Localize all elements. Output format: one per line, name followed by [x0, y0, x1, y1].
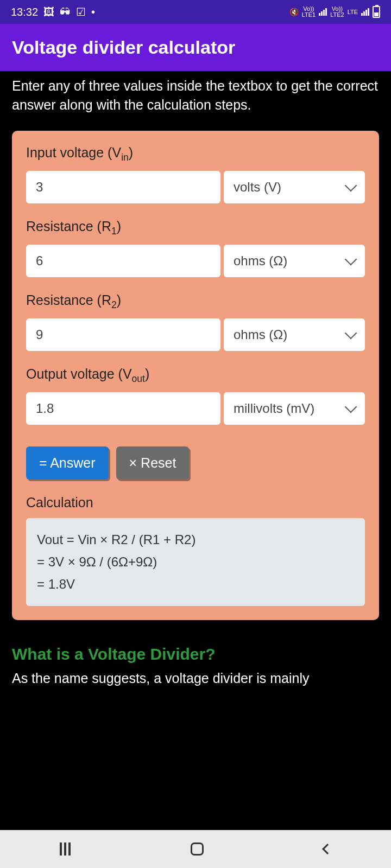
status-time: 13:32 — [11, 6, 38, 18]
r2-input[interactable] — [26, 318, 220, 351]
calc-line-2: = 3V × 9Ω / (6Ω+9Ω) — [37, 551, 354, 573]
lte2-indicator: Vo))LTE2 — [330, 6, 344, 18]
calc-line-1: Vout = Vin × R2 / (R1 + R2) — [37, 529, 354, 551]
app-header: Voltage divider calculator — [0, 24, 391, 71]
signal-1-icon — [319, 8, 327, 16]
battery-icon — [373, 6, 380, 18]
vout-unit-select[interactable]: millivolts (mV) — [224, 392, 365, 425]
section-text: As the name suggests, a voltage divider … — [0, 669, 391, 688]
button-row: = Answer × Reset — [26, 446, 365, 480]
page-title: Voltage divider calculator — [12, 37, 379, 58]
r1-unit-select[interactable]: ohms (Ω) — [224, 245, 365, 277]
lte-label: LTE — [348, 9, 358, 15]
lte1-indicator: Vo))LTE1 — [302, 6, 316, 18]
intro-text: Enter any of three values inside the tex… — [0, 71, 391, 125]
android-nav-bar — [0, 830, 391, 868]
calculation-box: Vout = Vin × R2 / (R1 + R2) = 3V × 9Ω / … — [26, 518, 365, 606]
calculation-label: Calculation — [26, 495, 365, 510]
image-icon: 🖼 — [43, 6, 54, 18]
vin-unit-select[interactable]: volts (V) — [224, 171, 365, 203]
section-heading: What is a Voltage Divider? — [0, 626, 391, 669]
home-button[interactable] — [191, 843, 204, 856]
mute-icon: 🔇 — [289, 8, 299, 16]
recent-apps-button[interactable] — [60, 843, 71, 856]
vout-field: Output voltage (Vout) millivolts (mV) — [26, 366, 365, 425]
chevron-down-icon — [345, 253, 357, 266]
r1-unit-value: ohms (Ω) — [234, 253, 287, 269]
vin-input[interactable] — [26, 171, 220, 203]
vout-unit-value: millivolts (mV) — [234, 401, 314, 416]
signal-2-icon — [361, 8, 369, 16]
status-right: 🔇 Vo))LTE1 Vo))LTE2 LTE — [289, 6, 380, 18]
chevron-down-icon — [345, 327, 357, 340]
dot-icon: • — [91, 6, 95, 18]
answer-button[interactable]: = Answer — [26, 446, 109, 480]
incognito-icon: 🕶 — [60, 6, 71, 18]
r1-label: Resistance (R1) — [26, 219, 365, 237]
vout-label: Output voltage (Vout) — [26, 366, 365, 385]
r1-field: Resistance (R1) ohms (Ω) — [26, 219, 365, 277]
back-button[interactable] — [322, 844, 333, 854]
vout-input[interactable] — [26, 392, 220, 425]
vin-field: Input voltage (Vin) volts (V) — [26, 145, 365, 203]
vin-unit-value: volts (V) — [234, 180, 281, 195]
r2-unit-select[interactable]: ohms (Ω) — [224, 318, 365, 351]
r1-input[interactable] — [26, 245, 220, 277]
status-bar: 13:32 🖼 🕶 ☑ • 🔇 Vo))LTE1 Vo))LTE2 LTE — [0, 0, 391, 24]
check-icon: ☑ — [76, 5, 86, 18]
chevron-down-icon — [345, 180, 357, 192]
calc-line-3: = 1.8V — [37, 573, 354, 596]
status-left: 13:32 🖼 🕶 ☑ • — [11, 5, 95, 18]
calculator-card: Input voltage (Vin) volts (V) Resistance… — [12, 131, 379, 620]
vin-label: Input voltage (Vin) — [26, 145, 365, 163]
reset-button[interactable]: × Reset — [116, 446, 190, 480]
r2-label: Resistance (R2) — [26, 292, 365, 311]
r2-unit-value: ohms (Ω) — [234, 327, 287, 342]
r2-field: Resistance (R2) ohms (Ω) — [26, 292, 365, 351]
chevron-down-icon — [345, 401, 357, 413]
